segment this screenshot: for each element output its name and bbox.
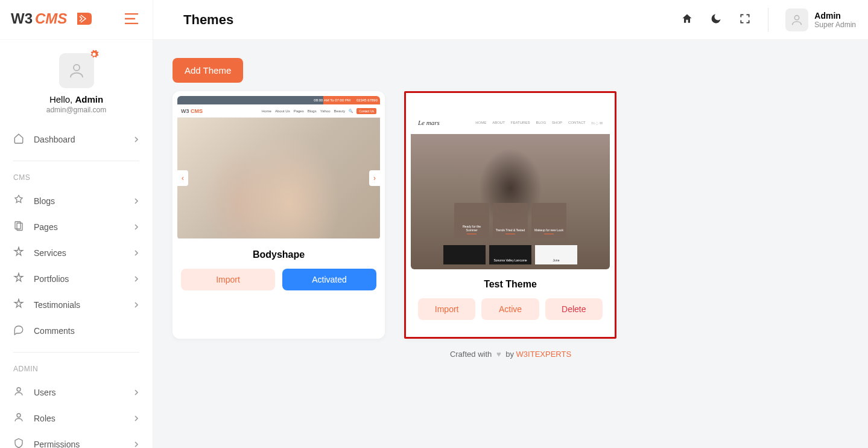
chevron-right-icon	[133, 248, 139, 258]
comment-icon	[13, 324, 25, 337]
sidebar-item-users[interactable]: Users	[10, 379, 143, 405]
user-chip[interactable]: Admin Super Admin	[785, 8, 856, 31]
theme-name: Bodyshape	[177, 249, 380, 260]
nav-label: Pages	[34, 222, 58, 232]
pages-icon	[13, 220, 25, 233]
theme-preview: Le mars HOMEABOUTFEATURESBLOGSHOPCONTACT…	[411, 111, 610, 269]
nav-label: Roles	[34, 414, 55, 423]
sidebar-nav: Dashboard CMS Blogs Pages Services	[0, 123, 153, 448]
theme-card-test-theme: Le mars HOMEABOUTFEATURESBLOGSHOPCONTACT…	[404, 91, 616, 339]
heart-icon: ♥	[496, 350, 501, 359]
nav-label: Blogs	[34, 196, 55, 206]
theme-preview: 08:00 AM To 07:00 PM02345 67890 W3 CMS H…	[177, 96, 380, 240]
home-icon[interactable]	[681, 13, 693, 27]
page-title: Themes	[183, 12, 233, 28]
active-button[interactable]: Active	[481, 298, 539, 320]
shield-icon	[13, 438, 25, 448]
nav-section-admin: ADMIN	[10, 361, 143, 379]
star-icon	[13, 298, 25, 311]
user-icon	[13, 412, 25, 424]
sidebar-greeting: Hello, Admin	[0, 94, 153, 104]
nav-label: Dashboard	[34, 135, 75, 144]
user-role: Super Admin	[814, 21, 856, 29]
sidebar-item-permissions[interactable]: Permissions	[10, 431, 143, 448]
chevron-right-icon	[133, 196, 139, 206]
nav-label: Testimonials	[34, 300, 80, 310]
sidebar-item-dashboard[interactable]: Dashboard	[10, 126, 143, 152]
sidebar-email: admin@gmail.com	[0, 106, 153, 114]
theme-name: Test Theme	[411, 279, 610, 290]
sidebar-item-roles[interactable]: Roles	[10, 405, 143, 431]
import-button[interactable]: Import	[181, 269, 275, 290]
carousel-next-icon[interactable]: ›	[369, 170, 380, 186]
user-icon	[13, 386, 25, 398]
add-theme-button[interactable]: Add Theme	[173, 58, 243, 83]
sidebar-item-testimonials[interactable]: Testimonials	[10, 292, 143, 318]
carousel-prev-icon[interactable]: ‹	[177, 170, 188, 186]
sidebar-item-pages[interactable]: Pages	[10, 214, 143, 240]
svg-point-7	[795, 15, 799, 19]
svg-text:CMS: CMS	[35, 10, 67, 27]
nav-label: Permissions	[34, 440, 80, 449]
sidebar-item-portfolios[interactable]: Portfolios	[10, 266, 143, 292]
sidebar-profile: Hello, Admin admin@gmail.com	[0, 40, 153, 123]
nav-label: Portfolios	[34, 274, 69, 284]
footer: Crafted with ♥ by W3ITEXPERTS	[173, 339, 849, 367]
user-name: Admin	[814, 11, 856, 21]
app-logo-icon: W3 CMS	[11, 10, 103, 30]
sidebar-item-services[interactable]: Services	[10, 240, 143, 266]
content-area: Add Theme 08:00 AM To 07:00 PM02345 6789…	[153, 40, 868, 448]
moon-icon[interactable]	[710, 13, 722, 27]
chevron-right-icon	[133, 388, 139, 397]
nav-label: Services	[34, 248, 66, 258]
chevron-right-icon	[133, 222, 139, 232]
svg-point-6	[17, 414, 21, 417]
chevron-right-icon	[133, 300, 139, 310]
chevron-right-icon	[133, 440, 139, 449]
nav-label: Users	[34, 388, 56, 397]
hamburger-icon[interactable]	[125, 12, 138, 28]
star-icon	[13, 246, 25, 259]
sidebar: W3 CMS Hello, Admin admin@gmail.com Das	[0, 0, 153, 448]
gear-icon[interactable]	[89, 50, 99, 62]
star-icon	[13, 272, 25, 285]
svg-text:W3: W3	[11, 10, 33, 27]
chevron-right-icon	[133, 274, 139, 284]
nav-label: Comments	[34, 326, 75, 336]
chevron-right-icon	[133, 135, 139, 144]
fullscreen-icon[interactable]	[739, 13, 751, 27]
svg-point-2	[74, 65, 80, 71]
activated-button[interactable]: Activated	[282, 269, 376, 290]
footer-brand[interactable]: W3ITEXPERTS	[516, 350, 572, 359]
home-icon	[13, 133, 25, 146]
avatar	[785, 8, 808, 31]
header: Themes Admin Super Admin	[153, 0, 868, 40]
import-button[interactable]: Import	[418, 298, 475, 320]
theme-card-bodyshape: 08:00 AM To 07:00 PM02345 67890 W3 CMS H…	[173, 91, 385, 339]
sidebar-avatar[interactable]	[59, 53, 94, 88]
sidebar-item-comments[interactable]: Comments	[10, 318, 143, 344]
chevron-right-icon	[133, 414, 139, 423]
nav-section-cms: CMS	[10, 170, 143, 188]
logo-row: W3 CMS	[0, 0, 153, 40]
svg-point-5	[17, 388, 21, 391]
pin-icon	[13, 194, 25, 207]
sidebar-item-blogs[interactable]: Blogs	[10, 188, 143, 214]
delete-button[interactable]: Delete	[545, 298, 603, 320]
